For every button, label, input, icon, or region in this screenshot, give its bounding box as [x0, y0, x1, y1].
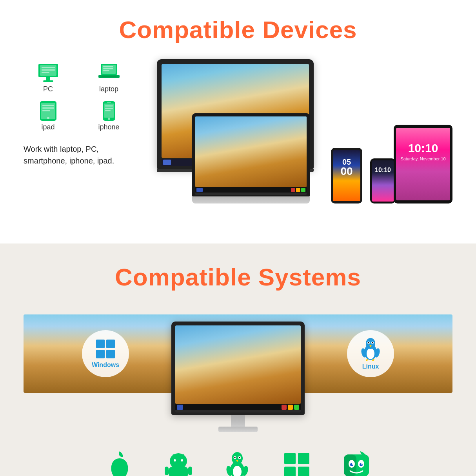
compatible-systems-section: Compatible Systems Windows: [0, 243, 476, 476]
os-icons-row: iOS: [24, 452, 452, 476]
svg-rect-22: [105, 105, 113, 107]
os-item-android: Android: [165, 452, 192, 476]
svg-rect-29: [96, 350, 105, 358]
svg-rect-3: [43, 80, 53, 82]
svg-rect-9: [103, 66, 113, 67]
device-item-laptop: laptop: [84, 63, 133, 93]
center-monitor: [171, 322, 305, 432]
windows-circle-label: Windows: [92, 362, 119, 369]
apple-icon: [106, 452, 133, 476]
svg-rect-46: [165, 467, 169, 475]
svg-point-42: [181, 459, 183, 461]
svg-point-56: [239, 457, 240, 458]
svg-rect-28: [106, 340, 115, 348]
svg-rect-47: [188, 467, 192, 475]
svg-rect-59: [284, 453, 296, 464]
svg-rect-27: [96, 340, 105, 348]
iphone-device: 10:10: [370, 158, 396, 203]
tablet-device: 10:10 Saturday, November 10: [394, 125, 452, 203]
svg-point-36: [368, 342, 369, 343]
svg-point-71: [361, 463, 363, 465]
macos-icon: [343, 452, 370, 476]
pc-icon: [36, 63, 60, 83]
svg-rect-13: [102, 76, 116, 77]
os-item-macos: Mac OS: [343, 452, 370, 476]
compatible-systems-title: Compatible Systems: [24, 263, 452, 291]
svg-rect-2: [46, 77, 50, 80]
laptop-icon: [97, 63, 121, 83]
svg-rect-18: [42, 110, 50, 111]
device-item-ipad: ipad: [24, 101, 73, 131]
linux-icon: [223, 452, 251, 476]
ipad-label: ipad: [41, 123, 55, 131]
svg-rect-23: [105, 108, 113, 109]
laptop-label: laptop: [99, 85, 118, 93]
panoramic-area: Windows iOS: [24, 307, 452, 432]
svg-point-68: [352, 463, 353, 465]
os-item-ios: iOS: [106, 452, 133, 476]
top-content-area: PC: [24, 59, 452, 224]
iphone-label: iphone: [98, 123, 119, 131]
linux-circle-label: Linux: [362, 363, 379, 370]
iphone-icon: [97, 101, 121, 121]
svg-rect-4: [42, 67, 55, 68]
laptop-device: [192, 113, 310, 203]
svg-rect-45: [169, 467, 188, 476]
svg-rect-17: [42, 107, 54, 109]
svg-point-37: [372, 342, 373, 343]
device-item-pc: PC: [24, 63, 73, 93]
ipad-icon: [36, 101, 60, 121]
pc-label: PC: [43, 85, 53, 93]
svg-rect-62: [298, 467, 309, 476]
svg-rect-26: [107, 102, 111, 103]
svg-rect-30: [106, 350, 115, 358]
svg-point-55: [234, 457, 236, 458]
compatible-devices-title: Compatible Devices: [24, 16, 452, 44]
os-item-windows: Windows: [282, 452, 311, 476]
device-icons-panel: PC: [24, 59, 133, 167]
device-item-iphone: iphone: [84, 101, 133, 131]
svg-rect-61: [284, 467, 296, 476]
android-phone: 0500: [331, 148, 362, 203]
svg-rect-6: [42, 72, 49, 73]
svg-rect-16: [42, 105, 54, 106]
device-description: Work with laptop, PC, smartphone, iphone…: [24, 143, 133, 167]
compatible-devices-section: Compatible Devices: [0, 0, 476, 243]
windows-icon: [283, 452, 311, 476]
svg-point-32: [367, 348, 374, 359]
os-item-linux: Linux: [223, 452, 251, 476]
android-icon: [165, 452, 192, 476]
device-icons-grid: PC: [24, 63, 133, 131]
svg-point-19: [47, 117, 49, 119]
svg-rect-60: [298, 453, 309, 464]
devices-image-area: 0500 10:10 10:10 Saturday, November 10: [141, 59, 452, 224]
svg-point-25: [108, 118, 110, 120]
svg-point-41: [174, 459, 176, 461]
svg-point-52: [232, 452, 243, 465]
svg-rect-11: [103, 70, 109, 71]
svg-rect-10: [103, 68, 113, 69]
svg-rect-24: [105, 110, 111, 111]
svg-rect-5: [42, 69, 55, 71]
os-circle-windows: Windows: [82, 330, 129, 377]
os-circle-linux: Linux: [347, 330, 394, 377]
